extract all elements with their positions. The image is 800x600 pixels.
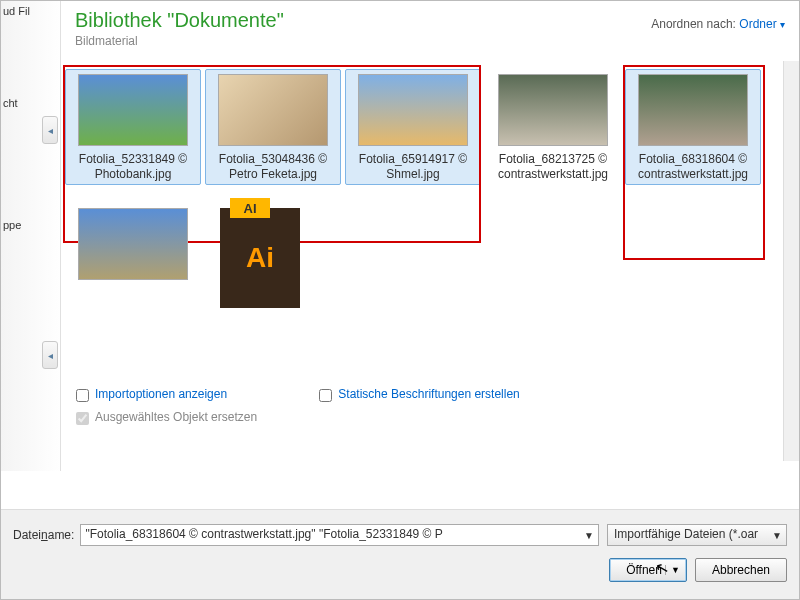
thumb-image <box>78 208 188 280</box>
file-thumb[interactable]: Fotolia_68213725 © contrastwerkstatt.jpg <box>485 69 621 185</box>
file-dialog: ud Fil cht ppe ◂ ◂ Bibliothek "Dokumente… <box>0 0 800 600</box>
static-captions-checkbox[interactable]: Statische Beschriftungen erstellen <box>319 387 559 402</box>
thumb-image <box>218 74 328 146</box>
checkbox-label: Statische Beschriftungen erstellen <box>338 387 519 402</box>
thumb-image <box>638 74 748 146</box>
thumb-label: Fotolia_68213725 © contrastwerkstatt.jpg <box>488 152 618 182</box>
file-thumb[interactable]: Fotolia_52331849 © Photobank.jpg <box>65 69 201 185</box>
import-options-checkbox[interactable]: Importoptionen anzeigen <box>76 387 316 402</box>
checkbox <box>76 412 89 425</box>
thumb-row: Ai <box>63 199 789 321</box>
open-button[interactable]: Öffnen ▼ <box>609 558 687 582</box>
file-thumb[interactable]: Fotolia_65914917 © Shmel.jpg <box>345 69 481 185</box>
dialog-footer: Dateiname: "Fotolia_68318604 © contrastw… <box>1 509 799 599</box>
file-thumb[interactable] <box>65 203 201 289</box>
thumb-label: Fotolia_52331849 © Photobank.jpg <box>68 152 198 182</box>
chevron-down-icon[interactable]: ▼ <box>772 530 782 541</box>
ai-file-icon: Ai <box>220 208 300 308</box>
filename-input[interactable]: "Fotolia_68318604 © contrastwerkstatt.jp… <box>80 524 599 546</box>
sidebar-item[interactable]: ppe <box>3 219 58 231</box>
file-thumb[interactable]: Ai <box>205 203 315 317</box>
chevron-down-icon[interactable]: ▼ <box>584 530 594 541</box>
chevron-down-icon: ▾ <box>780 19 785 30</box>
thumb-image <box>358 74 468 146</box>
thumb-label: Fotolia_68318604 © contrastwerkstatt.jpg <box>628 152 758 182</box>
chevron-down-icon[interactable]: ▼ <box>665 565 680 575</box>
file-thumb[interactable]: Fotolia_68318604 © contrastwerkstatt.jpg <box>625 69 761 185</box>
import-options: Importoptionen anzeigen Ausgewähltes Obj… <box>76 387 789 467</box>
thumb-label: Fotolia_65914917 © Shmel.jpg <box>348 152 478 182</box>
header: Bibliothek "Dokumente" Bildmaterial Anor… <box>61 1 799 61</box>
arrange-by: Anordnen nach: Ordner ▾ <box>651 17 785 31</box>
thumb-row: Fotolia_52331849 © Photobank.jpg Fotolia… <box>63 65 789 189</box>
checkbox[interactable] <box>319 389 332 402</box>
collapse-handle-icon[interactable]: ◂ <box>42 116 58 144</box>
checkbox-label: Ausgewähltes Objekt ersetzen <box>95 410 257 425</box>
checkbox-label: Importoptionen anzeigen <box>95 387 227 402</box>
thumb-image <box>498 74 608 146</box>
filename-label: Dateiname: <box>13 528 74 542</box>
thumb-label: Fotolia_53048436 © Petro Feketa.jpg <box>208 152 338 182</box>
file-thumb[interactable]: Fotolia_53048436 © Petro Feketa.jpg <box>205 69 341 185</box>
checkbox[interactable] <box>76 389 89 402</box>
replace-selection-checkbox: Ausgewähltes Objekt ersetzen <box>76 410 316 425</box>
arrange-label: Anordnen nach: <box>651 17 736 31</box>
cancel-button[interactable]: Abbrechen <box>695 558 787 582</box>
arrange-dropdown[interactable]: Ordner ▾ <box>739 17 785 31</box>
collapse-handle-icon[interactable]: ◂ <box>42 341 58 369</box>
library-subtitle: Bildmaterial <box>75 34 785 48</box>
thumb-image <box>78 74 188 146</box>
filetype-select[interactable]: Importfähige Dateien (*.oar ▼ <box>607 524 787 546</box>
nav-sidebar: ud Fil cht ppe <box>1 1 61 471</box>
sidebar-item[interactable]: cht <box>3 97 58 109</box>
sidebar-item[interactable]: ud Fil <box>3 5 58 17</box>
